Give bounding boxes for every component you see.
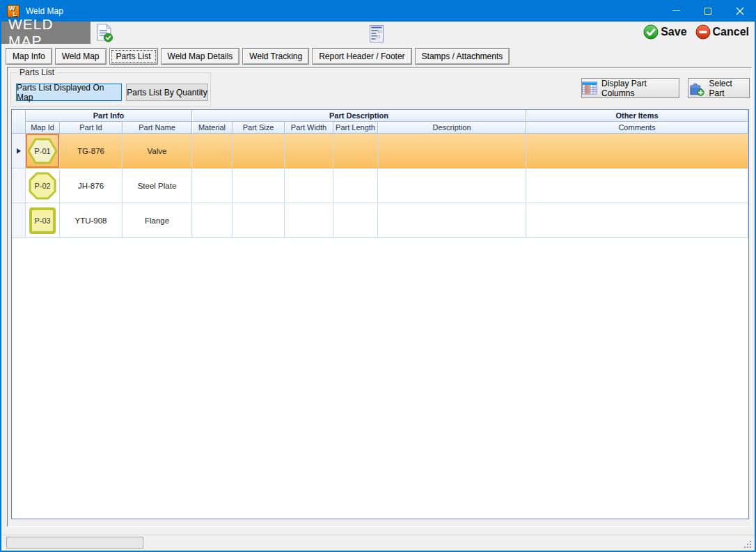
part-id-cell[interactable]: YTU-908: [60, 203, 123, 238]
square-tag-icon: P-03: [29, 207, 56, 235]
tab-map-info[interactable]: Map Info: [6, 48, 52, 65]
form-report-icon: [370, 25, 384, 42]
display-part-columns-label: Display Part Columns: [601, 79, 679, 98]
description-cell[interactable]: [378, 134, 526, 168]
row-selector-cell[interactable]: [12, 134, 26, 168]
header-band: WELD MAP: [1, 22, 755, 45]
app-logo-icon: W L: [7, 5, 19, 17]
tab-bar: Map Info Weld Map Parts List Weld Map De…: [6, 48, 510, 65]
column-header-material[interactable]: Material: [192, 122, 233, 134]
tab-weld-map-details[interactable]: Weld Map Details: [161, 48, 240, 65]
svg-text:P-03: P-03: [34, 216, 50, 224]
puzzle-add-icon: [688, 81, 705, 96]
row-selector-cell[interactable]: [12, 203, 26, 238]
app-title-badge: WELD MAP: [1, 22, 90, 44]
material-cell[interactable]: [192, 168, 233, 203]
part-size-cell[interactable]: [233, 168, 285, 203]
close-icon: [736, 7, 744, 15]
resize-grip-icon[interactable]: [743, 539, 751, 548]
part-length-cell[interactable]: [333, 168, 378, 203]
octagon-tag-icon: P-02: [28, 171, 57, 200]
svg-text:P-01: P-01: [34, 146, 50, 155]
part-name-cell[interactable]: Valve: [123, 134, 192, 168]
map-id-cell[interactable]: P-03: [26, 203, 60, 238]
column-header-part-size[interactable]: Part Size: [233, 122, 285, 134]
cancel-label: Cancel: [713, 26, 749, 38]
minimize-icon: [672, 10, 680, 11]
column-header-map-id[interactable]: Map Id: [26, 122, 60, 134]
tab-stamps-attachments[interactable]: Stamps / Attachments: [415, 48, 510, 65]
hexagon-tag-icon: P-01: [26, 136, 58, 166]
part-width-cell[interactable]: [285, 168, 333, 203]
map-id-cell[interactable]: P-01: [26, 134, 60, 168]
tab-report-header-footer[interactable]: Report Header / Footer: [312, 48, 411, 65]
focused-row-arrow-icon: [17, 148, 21, 154]
part-length-cell[interactable]: [333, 134, 378, 168]
part-id-cell[interactable]: TG-876: [60, 134, 123, 168]
parts-list-tab-panel: Parts List Parts List Displayed On Map P…: [7, 67, 752, 527]
part-width-cell[interactable]: [285, 134, 333, 168]
groupbox-label: Parts List: [17, 68, 57, 77]
group-header-other-items[interactable]: Other Items: [526, 110, 748, 122]
column-header-description[interactable]: Description: [378, 122, 526, 134]
row-selector-cell[interactable]: [12, 168, 26, 203]
display-part-columns-button[interactable]: Display Part Columns: [581, 78, 679, 98]
save-check-circle-icon: [643, 24, 659, 40]
titlebar: W L Weld Map: [0, 0, 756, 22]
minimize-button[interactable]: [660, 0, 692, 22]
parts-grid: Part Info Part Description Other Items M…: [11, 109, 749, 519]
tab-weld-map[interactable]: Weld Map: [55, 48, 107, 65]
bottom-divider: [1, 535, 755, 535]
part-name-cell[interactable]: Steel Plate: [123, 168, 192, 203]
material-cell[interactable]: [192, 203, 233, 238]
select-part-button[interactable]: Select Part: [688, 78, 750, 98]
column-header-part-length[interactable]: Part Length: [333, 122, 378, 134]
parts-list-by-quantity-button[interactable]: Parts List By Quantity: [126, 84, 208, 101]
part-name-cell[interactable]: Flange: [123, 203, 192, 238]
maximize-icon: [704, 8, 711, 15]
description-cell[interactable]: [378, 203, 526, 238]
select-part-label: Select Part: [709, 79, 750, 98]
parts-list-groupbox: Parts List Parts List Displayed On Map P…: [10, 72, 211, 107]
part-width-cell[interactable]: [285, 203, 333, 238]
cancel-button[interactable]: Cancel: [695, 24, 749, 40]
column-header-part-width[interactable]: Part Width: [285, 122, 333, 134]
column-header-comments[interactable]: Comments: [526, 122, 748, 134]
horizontal-scrollbar[interactable]: [6, 537, 143, 549]
svg-text:P-02: P-02: [34, 181, 50, 189]
cancel-minus-circle-icon: [695, 24, 711, 40]
part-size-cell[interactable]: [233, 134, 285, 168]
comments-cell[interactable]: [526, 203, 748, 238]
group-header-part-description[interactable]: Part Description: [192, 110, 526, 122]
group-header-part-info[interactable]: Part Info: [26, 110, 192, 122]
comments-cell[interactable]: [526, 134, 748, 168]
map-id-cell[interactable]: P-02: [26, 168, 60, 203]
tab-weld-tracking[interactable]: Weld Tracking: [242, 48, 309, 65]
part-length-cell[interactable]: [333, 203, 378, 238]
column-header-part-id[interactable]: Part Id: [60, 122, 123, 134]
description-cell[interactable]: [378, 168, 526, 203]
part-size-cell[interactable]: [233, 203, 285, 238]
table-columns-icon: [582, 81, 597, 95]
row-selector-column-header[interactable]: [12, 110, 26, 134]
close-button[interactable]: [724, 0, 756, 22]
maximize-button[interactable]: [692, 0, 724, 22]
part-id-cell[interactable]: JH-876: [60, 168, 123, 203]
window-title: Weld Map: [26, 6, 63, 16]
save-label: Save: [661, 26, 686, 38]
tab-parts-list[interactable]: Parts List: [109, 48, 158, 65]
material-cell[interactable]: [192, 134, 233, 168]
parts-list-displayed-on-map-button[interactable]: Parts List Displayed On Map: [16, 84, 122, 101]
column-header-part-name[interactable]: Part Name: [123, 122, 192, 134]
weld-map-window: W L Weld Map WELD MAP: [0, 0, 756, 552]
comments-cell[interactable]: [526, 168, 748, 203]
save-button[interactable]: Save: [643, 24, 686, 40]
document-check-icon: [96, 24, 113, 42]
